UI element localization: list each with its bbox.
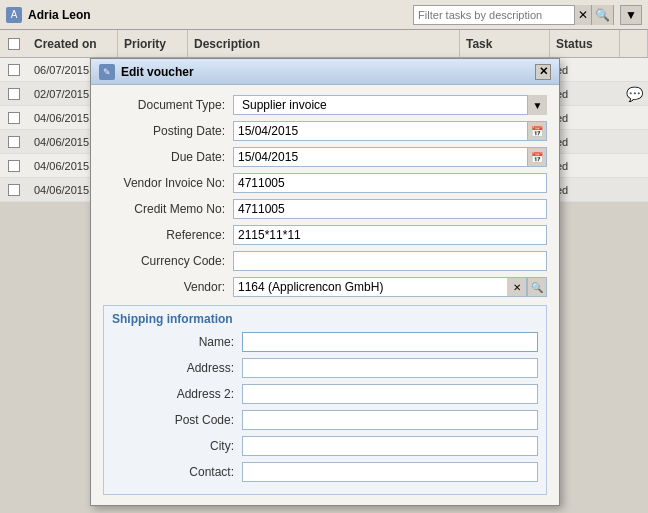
credit-memo-row: Credit Memo No: [103, 199, 547, 219]
header-task[interactable]: Task [460, 30, 550, 57]
table-header: Created on Priority Description Task Sta… [0, 30, 648, 58]
vendor-label: Vendor: [103, 280, 233, 294]
modal-body: Document Type: Supplier invoice Customer… [91, 85, 559, 505]
row-status: ed [550, 178, 620, 201]
expand-button[interactable]: ▼ [620, 5, 642, 25]
header-priority[interactable]: Priority [118, 30, 188, 57]
due-date-calendar-button[interactable]: 📅 [527, 147, 547, 167]
header-checkbox[interactable] [8, 38, 20, 50]
row-status: ed [550, 130, 620, 153]
row-checkbox[interactable] [8, 112, 20, 124]
posting-date-label: Posting Date: [103, 124, 233, 138]
shipping-postcode-row: Post Code: [112, 410, 538, 430]
reference-input[interactable] [233, 225, 547, 245]
top-bar: A Adria Leon ✕ 🔍 ▼ [0, 0, 648, 30]
posting-date-wrap: 📅 [233, 121, 547, 141]
shipping-city-row: City: [112, 436, 538, 456]
due-date-row: Due Date: 📅 [103, 147, 547, 167]
comment-icon: 💬 [626, 86, 643, 102]
credit-memo-label: Credit Memo No: [103, 202, 233, 216]
search-clear-button[interactable]: ✕ [574, 5, 591, 25]
due-date-label: Due Date: [103, 150, 233, 164]
modal-title-bar: ✎ Edit voucher ✕ [91, 59, 559, 85]
credit-memo-input[interactable] [233, 199, 547, 219]
edit-voucher-modal: ✎ Edit voucher ✕ Document Type: Supplier… [90, 58, 560, 506]
vendor-row: Vendor: ✕ 🔍 [103, 277, 547, 297]
header-status[interactable]: Status [550, 30, 620, 57]
header-description[interactable]: Description [188, 30, 460, 57]
row-status: ed [550, 154, 620, 177]
modal-title: Edit voucher [121, 65, 529, 79]
header-checkbox-cell [0, 38, 28, 50]
row-checkbox[interactable] [8, 64, 20, 76]
row-checkbox[interactable] [8, 136, 20, 148]
modal-icon: ✎ [99, 64, 115, 80]
due-date-wrap: 📅 [233, 147, 547, 167]
currency-code-label: Currency Code: [103, 254, 233, 268]
document-type-select-wrapper: Supplier invoice Customer invoice Credit… [233, 95, 547, 115]
shipping-address2-input[interactable] [242, 384, 538, 404]
document-type-label: Document Type: [103, 98, 233, 112]
shipping-name-label: Name: [112, 335, 242, 349]
shipping-address2-row: Address 2: [112, 384, 538, 404]
due-date-input[interactable] [233, 147, 527, 167]
row-status: ed [550, 58, 620, 81]
shipping-name-input[interactable] [242, 332, 538, 352]
vendor-input[interactable] [233, 277, 507, 297]
row-status: ed [550, 106, 620, 129]
shipping-title: Shipping information [112, 312, 538, 326]
modal-close-button[interactable]: ✕ [535, 64, 551, 80]
row-message-icon: 💬 [620, 86, 648, 102]
search-bar: ✕ 🔍 [413, 5, 614, 25]
row-checkbox[interactable] [8, 88, 20, 100]
shipping-address-label: Address: [112, 361, 242, 375]
vendor-search-button[interactable]: 🔍 [527, 277, 547, 297]
shipping-contact-row: Contact: [112, 462, 538, 482]
vendor-invoice-row: Vendor Invoice No: [103, 173, 547, 193]
header-message [620, 30, 648, 57]
currency-code-input[interactable] [233, 251, 547, 271]
shipping-address-row: Address: [112, 358, 538, 378]
shipping-contact-input[interactable] [242, 462, 538, 482]
search-submit-button[interactable]: 🔍 [591, 5, 613, 25]
vendor-clear-button[interactable]: ✕ [507, 277, 527, 297]
shipping-city-input[interactable] [242, 436, 538, 456]
row-status: ed [550, 82, 620, 105]
vendor-invoice-input[interactable] [233, 173, 547, 193]
posting-date-row: Posting Date: 📅 [103, 121, 547, 141]
vendor-input-wrap: ✕ 🔍 [233, 277, 547, 297]
shipping-section: Shipping information Name: Address: Addr… [103, 305, 547, 495]
shipping-postcode-label: Post Code: [112, 413, 242, 427]
shipping-city-label: City: [112, 439, 242, 453]
shipping-postcode-input[interactable] [242, 410, 538, 430]
vendor-invoice-label: Vendor Invoice No: [103, 176, 233, 190]
search-input[interactable] [414, 6, 574, 24]
shipping-address2-label: Address 2: [112, 387, 242, 401]
posting-date-input[interactable] [233, 121, 527, 141]
posting-date-calendar-button[interactable]: 📅 [527, 121, 547, 141]
document-type-row: Document Type: Supplier invoice Customer… [103, 95, 547, 115]
currency-code-row: Currency Code: [103, 251, 547, 271]
document-type-select[interactable]: Supplier invoice Customer invoice Credit… [233, 95, 547, 115]
shipping-contact-label: Contact: [112, 465, 242, 479]
app-icon: A [6, 7, 22, 23]
shipping-name-row: Name: [112, 332, 538, 352]
app-title: Adria Leon [28, 8, 407, 22]
reference-label: Reference: [103, 228, 233, 242]
shipping-address-input[interactable] [242, 358, 538, 378]
header-created[interactable]: Created on [28, 30, 118, 57]
reference-row: Reference: [103, 225, 547, 245]
row-checkbox[interactable] [8, 184, 20, 196]
row-checkbox[interactable] [8, 160, 20, 172]
